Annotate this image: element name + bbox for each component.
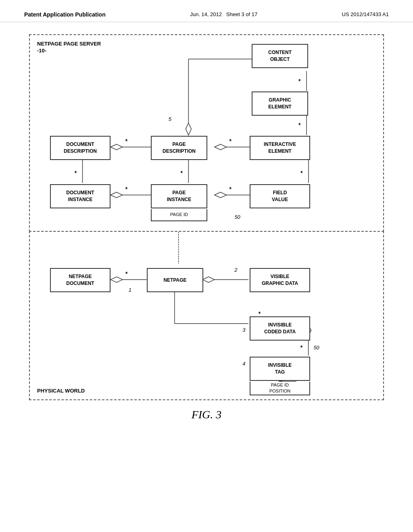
document-instance-box: DOCUMENT INSTANCE <box>50 184 111 208</box>
server-label: NETPAGE PAGE SERVER -10- <box>37 41 101 54</box>
svg-text:*: * <box>75 170 77 176</box>
svg-text:50: 50 <box>234 214 240 220</box>
publication-date: Jun. 14, 2012 Sheet 3 of 17 <box>190 11 257 17</box>
publication-label: Patent Application Publication <box>24 11 106 18</box>
svg-text:1: 1 <box>129 287 131 293</box>
page-id-top-box: PAGE ID <box>151 209 207 221</box>
svg-marker-22 <box>215 192 227 198</box>
graphic-element-box: GRAPHIC ELEMENT <box>252 91 308 116</box>
main-content: NETPAGE PAGE SERVER -10- * * <box>0 22 413 433</box>
svg-text:*: * <box>125 186 128 192</box>
svg-text:3: 3 <box>242 327 246 333</box>
physical-svg: * 2 * * 50 3 1 <box>30 232 383 399</box>
content-object-box: CONTENT OBJECT <box>252 44 308 68</box>
svg-text:50: 50 <box>313 345 319 351</box>
svg-text:*: * <box>229 138 232 144</box>
page-header: Patent Application Publication Jun. 14, … <box>0 0 413 22</box>
page-instance-box: PAGE INSTANCE <box>151 184 207 208</box>
physical-label: PHYSICAL WORLD <box>37 388 85 394</box>
publication-number: US 2012/147433 A1 <box>342 11 389 17</box>
svg-text:*: * <box>229 186 232 192</box>
svg-text:*: * <box>300 344 303 351</box>
svg-text:*: * <box>125 138 128 144</box>
field-value-box: FIELD VALUE <box>250 184 310 208</box>
netpage-document-box: NETPAGE DOCUMENT <box>50 268 111 292</box>
svg-text:*: * <box>298 78 301 84</box>
svg-text:*: * <box>181 170 183 176</box>
svg-text:*: * <box>298 122 301 128</box>
invisible-tag-box: INVISIBLE TAG <box>250 357 310 381</box>
svg-marker-9 <box>186 123 191 135</box>
server-box: NETPAGE PAGE SERVER -10- * * <box>29 34 384 232</box>
svg-marker-17 <box>111 192 123 198</box>
physical-box: PHYSICAL WORLD * 2 * * <box>29 231 384 400</box>
netpage-box: NETPAGE <box>147 268 203 292</box>
interactive-element-box: INTERACTIVE ELEMENT <box>250 136 310 160</box>
svg-text:*: * <box>125 270 128 277</box>
svg-text:*: * <box>259 310 261 317</box>
diagram-wrapper: NETPAGE PAGE SERVER -10- * * <box>29 34 384 421</box>
svg-text:2: 2 <box>234 267 237 273</box>
document-description-box: DOCUMENT DESCRIPTION <box>50 136 111 160</box>
visible-graphic-data-box: VISIBLE GRAPHIC DATA <box>250 268 310 292</box>
svg-marker-12 <box>111 144 123 150</box>
figure-caption: FIG. 3 <box>29 408 384 421</box>
svg-text:*: * <box>300 170 303 176</box>
page-description-box: PAGE DESCRIPTION <box>151 136 207 160</box>
svg-marker-33 <box>202 277 215 283</box>
svg-marker-30 <box>111 277 123 283</box>
svg-marker-5 <box>215 144 227 150</box>
svg-text:5: 5 <box>169 116 172 122</box>
invisible-coded-data-box: INVISIBLE CODED DATA <box>250 316 310 341</box>
svg-text:4: 4 <box>242 361 245 367</box>
page-id-position-box: PAGE ID POSITION <box>250 382 310 395</box>
